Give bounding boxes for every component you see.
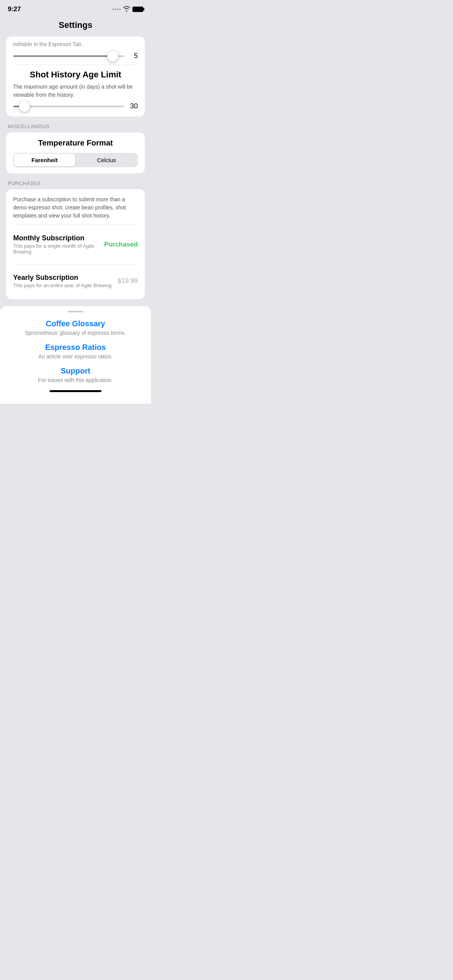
yearly-subtitle: This pays for an entire year of Agile Br… [13,283,112,288]
purchases-description: Purchase a subscription to submit more t… [13,195,138,220]
signal-icon [112,9,121,10]
slider2-track [13,106,124,107]
temperature-card: Temperature Format Farenheit Celcius [6,132,145,173]
slider2-container[interactable] [13,103,124,110]
monthly-title: Monthly Subscription [13,234,104,242]
espresso-ratios-desc: An article over espresso ratios. [8,353,143,360]
slider1-container[interactable] [13,52,124,60]
shot-history-desc: The maximum age amount (in days) a shot … [13,83,138,99]
coffee-glossary-desc: Sprometheus' glossary of espresso terms. [8,330,143,336]
temperature-segmented-control[interactable]: Farenheit Celcius [13,153,138,167]
slider2-value: 30 [129,102,138,110]
slider1-fill [13,55,113,57]
top-partial-card: editable in the Espresso Tab. 5 Shot His… [6,36,145,117]
yearly-price: $19.99 [118,277,138,285]
scroll-content: editable in the Espresso Tab. 5 Shot His… [0,36,151,299]
status-icons [112,6,143,13]
espresso-tab-hint: editable in the Espresso Tab. [13,41,138,47]
purchases-divider-1 [13,224,138,225]
celcius-button[interactable]: Celcius [76,154,137,166]
slider1-row: 5 [13,52,138,60]
status-time: 9:27 [8,5,21,13]
shot-history-title: Shot History Age Limit [13,70,138,80]
support-desc: For issues with this application. [8,377,143,383]
purchases-section-header: PURCHASES [6,180,145,186]
farenheit-button[interactable]: Farenheit [14,154,75,166]
monthly-subscription-row[interactable]: Monthly Subscription This pays for a sin… [13,230,138,259]
battery-icon [132,7,143,12]
slider1-track [13,55,124,57]
espresso-ratios-link[interactable]: Espresso Ratios [8,343,143,352]
sheet-handle [68,311,83,312]
slider1-value: 5 [129,52,138,60]
home-indicator [50,390,101,392]
coffee-glossary-link[interactable]: Coffee Glossary [8,319,143,328]
monthly-subscription-info: Monthly Subscription This pays for a sin… [13,234,104,255]
page-title: Settings [0,16,151,36]
monthly-subtitle: This pays for a single month of Agile Br… [13,243,104,255]
monthly-status: Purchased [104,241,138,248]
slider2-row: 30 [13,102,138,110]
status-bar: 9:27 [0,0,151,16]
misc-section-header: MISCELLANOUS [6,123,145,129]
slider2-thumb[interactable] [19,101,30,112]
temperature-title: Temperature Format [13,139,138,147]
yearly-subscription-info: Yearly Subscription This pays for an ent… [13,274,112,288]
yearly-title: Yearly Subscription [13,274,112,282]
purchases-card: Purchase a subscription to submit more t… [6,189,145,299]
yearly-subscription-row[interactable]: Yearly Subscription This pays for an ent… [13,269,138,293]
bottom-sheet: Coffee Glossary Sprometheus' glossary of… [0,306,151,404]
support-link[interactable]: Support [8,367,143,375]
wifi-icon [123,6,130,13]
purchases-divider-2 [13,264,138,264]
slider1-thumb[interactable] [107,51,118,62]
card-divider [13,65,138,65]
